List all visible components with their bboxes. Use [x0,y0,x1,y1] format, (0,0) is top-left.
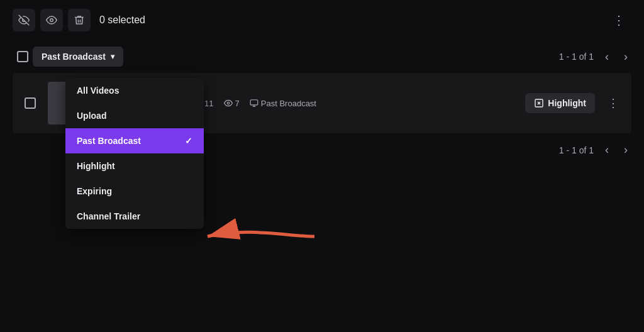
highlight-button[interactable]: Highlight [525,93,595,113]
arrow-svg [195,218,321,255]
pagination-text: 1 - 1 of 1 [559,52,594,62]
type-meta: Past Broadcast [250,99,316,108]
select-all-checkbox[interactable] [17,51,28,62]
bottom-prev-button[interactable]: ‹ [601,142,613,158]
video-type: Past Broadcast [261,99,316,108]
views-meta: 7 [224,99,240,108]
toolbar: 0 selected ⋮ [0,0,644,40]
eye-button[interactable] [40,9,63,31]
video-views: 7 [235,99,240,108]
svg-point-3 [227,102,230,104]
dropdown-item-highlight[interactable]: Highlight [65,153,204,179]
eye-icon [46,14,57,26]
views-icon [224,99,233,108]
bottom-pagination-text: 1 - 1 of 1 [559,145,594,155]
dropdown-item-upload[interactable]: Upload [65,103,204,128]
hide-button[interactable] [13,9,35,31]
highlight-icon [534,98,544,108]
item-checkbox-area [20,97,40,109]
top-pagination: 1 - 1 of 1 ‹ › [559,49,631,65]
highlight-label: Highlight [548,98,586,108]
dropdown-item-channel-trailer[interactable]: Channel Trailer [65,204,204,229]
prev-page-button[interactable]: ‹ [601,49,613,65]
delete-button[interactable] [68,9,91,31]
svg-rect-4 [250,100,258,105]
selected-count: 0 selected [99,14,145,26]
filter-dropdown-menu: All Videos Upload Past Broadcast ✓ Highl… [65,78,204,229]
slash-eye-icon [18,14,30,26]
item-more-button[interactable]: ⋮ [602,94,624,113]
dropdown-item-all-videos[interactable]: All Videos [65,78,204,103]
dropdown-item-past-broadcast[interactable]: Past Broadcast ✓ [65,128,204,153]
filter-dropdown-button[interactable]: Past Broadcast ▾ [33,47,123,67]
arrow-annotation [195,218,321,258]
dropdown-item-expiring[interactable]: Expiring [65,179,204,204]
toolbar-more-button[interactable]: ⋮ [608,10,631,30]
svg-point-1 [50,19,53,22]
trash-icon [74,14,85,26]
chevron-down-icon: ▾ [111,52,114,61]
item-checkbox[interactable] [25,97,36,109]
bottom-next-button[interactable]: › [620,142,631,158]
filter-row: Past Broadcast ▾ All Videos Upload Past … [0,40,644,73]
check-icon: ✓ [185,136,192,146]
filter-label: Past Broadcast [42,52,106,62]
next-page-button[interactable]: › [620,49,631,65]
select-all-area [13,51,33,62]
broadcast-icon [250,99,258,108]
